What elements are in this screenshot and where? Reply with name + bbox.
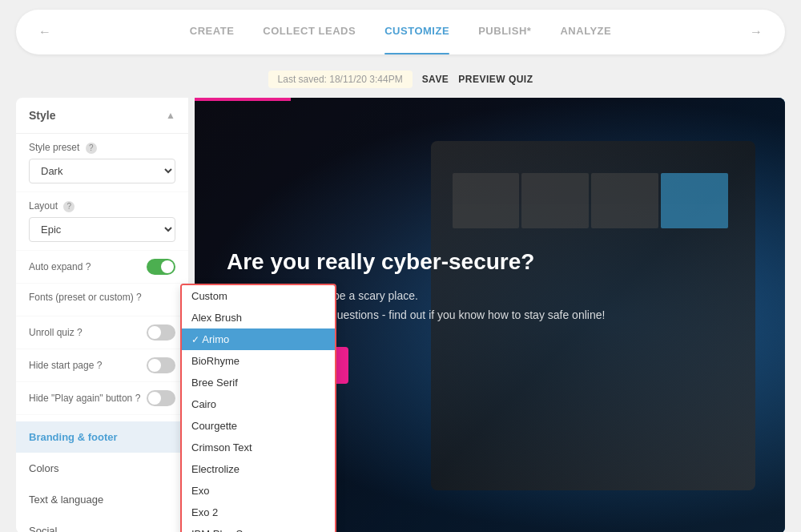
back-arrow[interactable]: ← — [32, 22, 58, 42]
font-option-exo[interactable]: Exo — [182, 480, 335, 502]
nav-item-publish[interactable]: PUBLISH* — [478, 25, 531, 40]
unroll-quiz-help-icon[interactable]: ? — [77, 327, 83, 338]
style-preset-label: Style preset ? — [29, 142, 175, 154]
fonts-help-icon[interactable]: ? — [136, 292, 142, 303]
unroll-quiz-label: Unroll quiz ? — [29, 327, 83, 338]
font-dropdown: Custom Alex Brush Arimo BioRhyme Bree Se… — [180, 284, 336, 532]
font-option-courgette[interactable]: Courgette — [182, 415, 335, 437]
save-button[interactable]: SAVE — [422, 74, 449, 85]
preview-accent-bar — [195, 98, 291, 101]
font-option-crimson-text[interactable]: Crimson Text — [182, 437, 335, 458]
style-section-title: Style — [29, 109, 55, 122]
font-option-electrolize[interactable]: Electrolize — [182, 458, 335, 480]
auto-expand-help-icon[interactable]: ? — [86, 261, 91, 272]
nav-items: CREATE COLLECT LEADS CUSTOMIZE PUBLISH* … — [58, 25, 743, 40]
layout-help-icon[interactable]: ? — [63, 201, 74, 212]
preview-title: Are you really cyber-secure? — [227, 248, 753, 276]
nav-item-analyze[interactable]: ANALYZE — [560, 25, 611, 40]
top-nav-bar: ← CREATE COLLECT LEADS CUSTOMIZE PUBLISH… — [16, 10, 785, 54]
sidebar-item-text-language[interactable]: Text & language — [16, 484, 188, 515]
sidebar-item-social[interactable]: Social — [16, 515, 188, 532]
left-panel: Style ▲ Style preset ? Dark Light Minima… — [16, 98, 188, 532]
sidebar-item-colors[interactable]: Colors — [16, 453, 188, 484]
layout-row: Layout ? Epic Classic Minimal — [16, 192, 188, 251]
style-section-header: Style ▲ — [16, 98, 188, 134]
hide-start-page-toggle[interactable] — [147, 357, 175, 373]
hide-play-again-toggle[interactable] — [147, 390, 175, 406]
font-option-exo-2[interactable]: Exo 2 — [182, 502, 335, 523]
layout-label: Layout ? — [29, 200, 175, 212]
unroll-quiz-row: Unroll quiz ? — [16, 316, 188, 349]
style-preset-select[interactable]: Dark Light Minimal — [29, 159, 175, 183]
font-option-bree-serif[interactable]: Bree Serif — [182, 372, 335, 393]
nav-item-collect-leads[interactable]: COLLECT LEADS — [263, 25, 356, 40]
hide-play-again-row: Hide "Play again" button ? — [16, 382, 188, 415]
hide-play-again-label: Hide "Play again" button ? — [29, 393, 140, 404]
auto-expand-label: Auto expand ? — [29, 261, 91, 272]
style-preset-row: Style preset ? Dark Light Minimal — [16, 134, 188, 192]
sidebar-nav: Branding & footer Colors Text & language… — [16, 421, 188, 532]
sidebar-item-branding-footer[interactable]: Branding & footer — [16, 421, 188, 453]
layout-select[interactable]: Epic Classic Minimal — [29, 217, 175, 242]
saved-bar: Last saved: 18/11/20 3:44PM SAVE PREVIEW… — [0, 64, 801, 98]
font-option-arimo[interactable]: Arimo — [182, 328, 335, 350]
fonts-row: Fonts (preset or custom) ? Custom Alex B… — [16, 284, 188, 316]
auto-expand-row: Auto expand ? — [16, 251, 188, 284]
main-content: Style ▲ Style preset ? Dark Light Minima… — [0, 98, 801, 532]
nav-item-customize[interactable]: CUSTOMIZE — [384, 25, 449, 40]
font-option-custom[interactable]: Custom — [182, 285, 335, 307]
last-saved-text: Last saved: 18/11/20 3:44PM — [268, 71, 413, 88]
unroll-quiz-toggle[interactable] — [147, 324, 175, 341]
hide-play-again-help-icon[interactable]: ? — [135, 393, 141, 404]
hide-start-page-row: Hide start page ? — [16, 349, 188, 382]
style-preset-help-icon[interactable]: ? — [86, 143, 97, 154]
hide-start-page-label: Hide start page ? — [29, 360, 102, 371]
auto-expand-toggle[interactable] — [147, 259, 175, 275]
preview-quiz-button[interactable]: PREVIEW QUIZ — [458, 74, 533, 85]
forward-arrow[interactable]: → — [743, 22, 769, 42]
style-chevron-up-icon[interactable]: ▲ — [166, 110, 175, 121]
nav-item-create[interactable]: CREATE — [190, 25, 235, 40]
hide-start-page-help-icon[interactable]: ? — [97, 360, 103, 371]
font-option-cairo[interactable]: Cairo — [182, 393, 335, 415]
fonts-label: Fonts (preset or custom) ? — [29, 292, 175, 303]
font-option-ibm-plex-sans[interactable]: IBM Plex Sans — [182, 523, 335, 532]
font-option-biorhyme[interactable]: BioRhyme — [182, 350, 335, 372]
font-option-alex-brush[interactable]: Alex Brush — [182, 307, 335, 328]
